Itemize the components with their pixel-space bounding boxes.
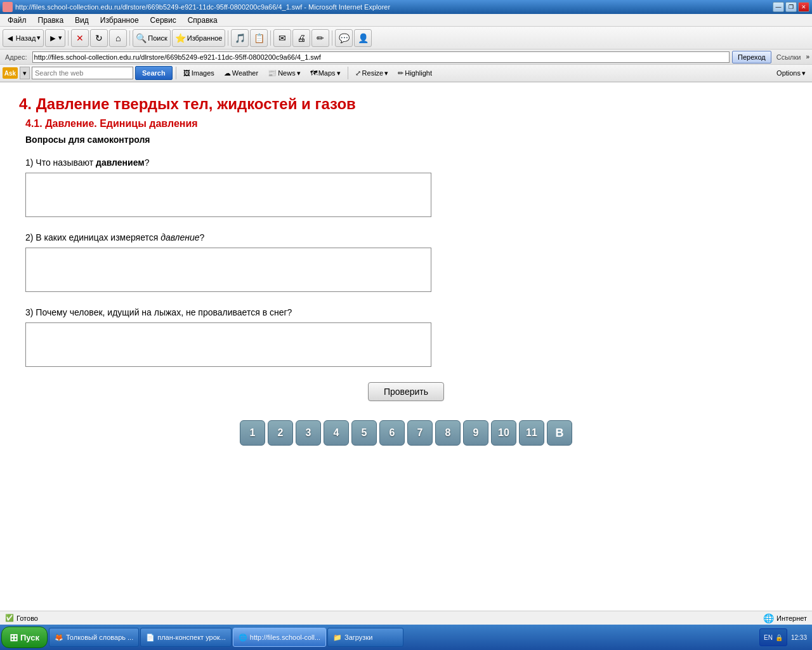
discuss-button[interactable]: 💬 [335,29,353,47]
ask-logo: Ask [3,67,18,79]
menu-help[interactable]: Справка [183,15,223,26]
menu-favorites[interactable]: Избранное [95,15,144,26]
maps-icon: 🗺 [310,69,317,77]
search-button[interactable]: 🔍 Поиск [133,29,170,47]
nav-btn-11[interactable]: 11 [519,420,544,446]
mail-button[interactable]: ✉ [273,29,291,47]
taskbar-item-0-icon: 🦊 [55,633,63,634]
answer-box-1[interactable] [25,173,431,217]
menu-view[interactable]: Вид [70,15,94,26]
search-input[interactable] [32,67,133,79]
nav-btn-9[interactable]: 9 [463,420,488,446]
home-icon: ⌂ [115,33,121,43]
address-bar: Адрес: Переход Ссылки » [0,50,812,65]
stop-icon: ✕ [76,33,84,43]
start-button[interactable]: ⊞ Пуск [1,627,48,633]
history-button[interactable]: 📋 [250,29,268,47]
media-button[interactable]: 🎵 [231,29,249,47]
favorites-button[interactable]: ⭐ Избранное [172,29,226,47]
highlight-button[interactable]: ✏ Highlight [394,66,436,80]
taskbar-item-0[interactable]: 🦊 Толковый словарь ... [49,628,139,633]
back-button[interactable]: ◄ Назад ▾ [3,29,44,47]
favorites-icon: ⭐ [175,33,186,43]
restore-button[interactable]: ❐ [785,2,797,12]
taskbar-item-3-icon: 📁 [333,633,342,634]
resize-button[interactable]: ⤢ Resize ▾ [351,66,393,80]
taskbar-item-3[interactable]: 📁 Загрузки [327,628,403,633]
forward-dropdown-icon: ▾ [58,34,62,42]
nav-btn-3[interactable]: 3 [296,420,321,446]
resize-dropdown-icon: ▾ [384,69,388,77]
images-icon: 🖼 [183,69,190,77]
nav-btn-5[interactable]: 5 [351,420,377,446]
forward-icon: ► [48,33,57,43]
news-button[interactable]: 📰 News ▾ [264,66,304,80]
home-button[interactable]: ⌂ [109,29,127,47]
taskbar-item-2[interactable]: 🌐 http://files.school-coll... [233,628,326,633]
nav-btn-6[interactable]: 6 [379,420,405,446]
search-provider-dropdown[interactable]: ▾ [20,67,30,79]
news-dropdown-icon: ▾ [297,69,301,77]
nav-btn-2[interactable]: 2 [268,420,293,446]
main-title: 4. Давление твердых тел, жидкостей и газ… [19,95,793,113]
back-dropdown-icon: ▾ [37,34,41,42]
menu-bar: Файл Правка Вид Избранное Сервис Справка [0,14,812,27]
weather-label: Weather [232,69,258,77]
options-button[interactable]: Options ▾ [773,66,809,80]
search-label: Поиск [148,34,167,42]
news-icon: 📰 [268,69,277,77]
images-button[interactable]: 🖼 Images [180,66,218,80]
section-label: Вопросы для самоконтроля [19,135,793,145]
clock: 12:33 [791,633,807,634]
go-button[interactable]: Переход [732,51,771,63]
close-button[interactable]: ✕ [798,2,809,12]
discuss-icon: 💬 [339,33,350,43]
address-input[interactable] [32,51,730,63]
nav-btn-8[interactable]: 8 [435,420,461,446]
nav-btn-7[interactable]: 7 [407,420,433,446]
messenger-button[interactable]: 👤 [354,29,372,47]
nav-buttons: 1 2 3 4 5 6 7 8 9 10 11 В [19,420,793,458]
check-button[interactable]: Проверить [368,382,444,401]
taskbar-item-2-icon: 🌐 [239,633,247,634]
ie-icon [3,2,13,12]
print-button[interactable]: 🖨 [292,29,310,47]
back-label: Назад [16,34,36,42]
highlight-icon: ✏ [398,69,403,77]
search-toolbar: Ask ▾ Search 🖼 Images ☁ Weather 📰 News ▾… [0,65,812,83]
weather-button[interactable]: ☁ Weather [220,66,262,80]
nav-btn-4[interactable]: 4 [324,420,349,446]
menu-file[interactable]: Файл [3,15,32,26]
maps-button[interactable]: 🗺 Maps ▾ [306,66,344,80]
links-arrow-icon: » [806,53,809,60]
answer-box-3[interactable] [25,322,431,367]
stop-button[interactable]: ✕ [71,29,89,47]
nav-btn-v[interactable]: В [547,420,572,446]
taskbar-item-1[interactable]: 📄 план-конспект урок... [140,628,232,633]
sub-title: 4.1. Давление. Единицы давления [19,118,793,129]
status-text: Готово [16,614,38,622]
news-label: News [278,69,296,77]
search-button[interactable]: Search [135,66,173,80]
minimize-button[interactable]: — [773,2,784,12]
nav-btn-10[interactable]: 10 [491,420,516,446]
menu-service[interactable]: Сервис [145,15,181,26]
time-display: 12:33 [791,633,807,634]
answer-box-2[interactable] [25,248,431,292]
refresh-button[interactable]: ↻ [90,29,108,47]
nav-btn-1[interactable]: 1 [240,420,265,446]
forward-button[interactable]: ► ▾ [45,29,65,47]
edit-button[interactable]: ✏ [311,29,329,47]
system-tray: EN 🔒 [759,628,787,633]
menu-edit[interactable]: Правка [33,15,69,26]
mail-icon: ✉ [278,33,286,43]
taskbar-item-1-icon: 📄 [146,633,155,634]
question-3-text: 3) Почему человек, идущий на лыжах, не п… [25,307,292,317]
print-icon: 🖨 [297,33,306,43]
globe-icon: 🌐 [763,613,774,623]
window-title: http://files.school-collection.edu.ru/dl… [15,3,390,11]
zone-text: Интернет [776,614,807,622]
taskbar: ⊞ Пуск 🦊 Толковый словарь ... 📄 план-кон… [0,625,812,633]
search-icon: 🔍 [136,33,147,43]
highlight-label: Highlight [405,69,432,77]
